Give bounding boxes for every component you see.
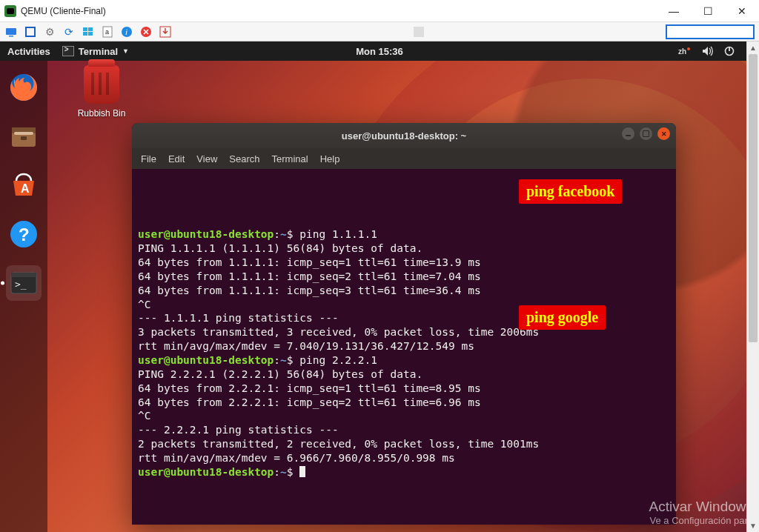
terminal-icon — [62, 46, 74, 56]
watermark-line1: Activar Windows — [649, 499, 753, 515]
terminal-menu-terminal[interactable]: Terminal — [272, 153, 308, 164]
scroll-up-icon[interactable]: ▲ — [747, 41, 759, 54]
terminal-prompt-line: user@ubuntu18-desktop:~$ — [138, 465, 670, 479]
terminal-output-line: 2 packets transmitted, 2 received, 0% pa… — [138, 437, 670, 451]
svg-rect-4 — [88, 27, 93, 31]
dock-app-help[interactable]: ? — [6, 216, 42, 252]
terminal-cursor — [299, 466, 305, 477]
qemu-tool-refresh-icon[interactable]: ⟳ — [62, 25, 76, 39]
terminal-minimize-button[interactable] — [622, 127, 634, 140]
terminal-prompt-line: user@ubuntu18-desktop:~$ ping 1.1.1.1 — [138, 227, 670, 242]
terminal-output-line: PING 2.2.2.1 (2.2.2.1) 56(84) bytes of d… — [138, 368, 670, 382]
trash-icon — [84, 65, 119, 104]
host-scrollbar[interactable]: ▲ ▼ — [746, 41, 759, 532]
windows-activation-watermark: Activar Windows Ve a Configuración para — [649, 499, 753, 526]
activities-button[interactable]: Activities — [7, 46, 50, 57]
svg-text:?: ? — [19, 225, 30, 245]
qemu-tool-info-icon[interactable]: i — [120, 25, 133, 39]
terminal-menu-help[interactable]: Help — [320, 153, 340, 164]
host-maximize-button[interactable]: ☐ — [691, 0, 725, 22]
scroll-thumb[interactable] — [749, 54, 758, 342]
app-menu-label: Terminal — [79, 46, 118, 57]
terminal-output-line: 64 bytes from 1.1.1.1: icmp_seq=1 ttl=61… — [138, 256, 670, 270]
terminal-menu-search[interactable]: Search — [229, 153, 259, 164]
host-close-button[interactable]: ✕ — [725, 0, 759, 22]
svg-rect-1 — [9, 36, 13, 37]
terminal-output-line: rtt min/avg/max/mdev = 6.966/7.960/8.955… — [138, 451, 670, 465]
terminal-prompt-line: user@ubuntu18-desktop:~$ ping 2.2.2.1 — [138, 353, 670, 368]
svg-rect-20 — [14, 132, 33, 135]
qemu-tool-fullscreen-icon[interactable] — [24, 25, 37, 39]
desktop-trash[interactable]: Rubbish Bin — [68, 65, 135, 119]
terminal-output-line: 64 bytes from 2.2.2.1: icmp_seq=2 ttl=61… — [138, 396, 670, 410]
qemu-tool-stop-icon[interactable] — [139, 25, 153, 39]
terminal-menu-edit[interactable]: Edit — [168, 153, 185, 164]
qemu-toolbar-separator — [414, 27, 424, 37]
host-minimize-button[interactable]: — — [657, 0, 691, 22]
clock-label[interactable]: Mon 15:36 — [356, 46, 403, 57]
terminal-output-line: rtt min/avg/max/mdev = 7.040/19.131/36.4… — [138, 339, 670, 353]
gnome-top-bar: Activities Terminal ▼ Mon 15:36 zh ▼ — [0, 41, 759, 61]
dock-app-firefox[interactable] — [6, 70, 42, 105]
svg-rect-26 — [11, 273, 36, 277]
terminal-body[interactable]: ping facebook ping google user@ubuntu18-… — [132, 169, 676, 525]
terminal-output-line: 64 bytes from 2.2.2.1: icmp_seq=1 ttl=61… — [138, 382, 670, 396]
annotation-ping-facebook: ping facebook — [519, 179, 622, 204]
terminal-output-line: 64 bytes from 1.1.1.1: icmp_seq=2 ttl=61… — [138, 270, 670, 284]
volume-icon[interactable] — [702, 46, 714, 56]
host-window-titlebar: QEMU (Cliente-Final) — ☐ ✕ — [0, 0, 759, 22]
terminal-window: user@ubuntu18-desktop: ~ File Edit View … — [132, 123, 676, 525]
keyboard-layout-icon[interactable]: zh — [678, 46, 692, 56]
dock-app-software[interactable]: A — [6, 167, 42, 203]
terminal-menu-view[interactable]: View — [196, 153, 217, 164]
svg-text:A: A — [21, 182, 30, 195]
terminal-title-label: user@ubuntu18-desktop: ~ — [342, 130, 466, 142]
scroll-down-icon[interactable]: ▼ — [747, 519, 759, 532]
svg-rect-3 — [83, 27, 87, 31]
qemu-tool-download-icon[interactable] — [159, 25, 172, 39]
terminal-output-line: PING 1.1.1.1 (1.1.1.1) 56(84) bytes of d… — [138, 242, 670, 256]
qemu-tool-page-icon[interactable]: a — [101, 25, 114, 39]
qemu-tool-monitor-icon[interactable] — [4, 25, 18, 39]
dock-app-files[interactable] — [6, 119, 42, 154]
watermark-line2: Ve a Configuración para — [649, 515, 753, 526]
svg-point-14 — [687, 47, 690, 50]
terminal-output-line: --- 2.2.2.1 ping statistics --- — [138, 423, 670, 437]
gnome-dock: A ? >_ — [0, 61, 47, 532]
host-window-title: QEMU (Cliente-Final) — [21, 6, 106, 16]
chevron-down-icon: ▼ — [122, 47, 129, 55]
svg-rect-5 — [83, 32, 87, 36]
qemu-tool-windows-icon[interactable] — [82, 25, 95, 39]
qemu-search-input[interactable] — [666, 24, 755, 39]
svg-rect-21 — [21, 136, 27, 140]
qemu-toolbar: ⚙ ⟳ a i — [0, 22, 759, 41]
terminal-output-line: 64 bytes from 1.1.1.1: icmp_seq=3 ttl=61… — [138, 284, 670, 298]
terminal-menu-file[interactable]: File — [141, 153, 156, 164]
power-icon[interactable] — [724, 46, 735, 56]
terminal-menubar: File Edit View Search Terminal Help — [132, 148, 676, 169]
terminal-close-button[interactable] — [657, 127, 670, 140]
qemu-tool-settings-icon[interactable]: ⚙ — [43, 25, 56, 39]
annotation-ping-google: ping google — [519, 305, 606, 330]
app-menu-button[interactable]: Terminal ▼ — [62, 46, 129, 57]
svg-text:zh: zh — [678, 47, 686, 56]
terminal-output-line: ^C — [138, 409, 670, 423]
qemu-icon — [4, 5, 16, 17]
svg-text:a: a — [105, 28, 109, 36]
desktop-trash-label: Rubbish Bin — [68, 108, 135, 119]
svg-rect-0 — [6, 28, 16, 35]
svg-text:i: i — [125, 27, 127, 36]
dock-app-terminal[interactable]: >_ — [6, 265, 42, 301]
svg-rect-6 — [88, 32, 93, 36]
vm-viewport: Activities Terminal ▼ Mon 15:36 zh ▼ — [0, 41, 759, 532]
terminal-maximize-button[interactable] — [640, 127, 652, 140]
svg-text:>_: >_ — [15, 279, 27, 290]
svg-rect-2 — [26, 27, 35, 36]
terminal-titlebar[interactable]: user@ubuntu18-desktop: ~ — [132, 123, 676, 148]
